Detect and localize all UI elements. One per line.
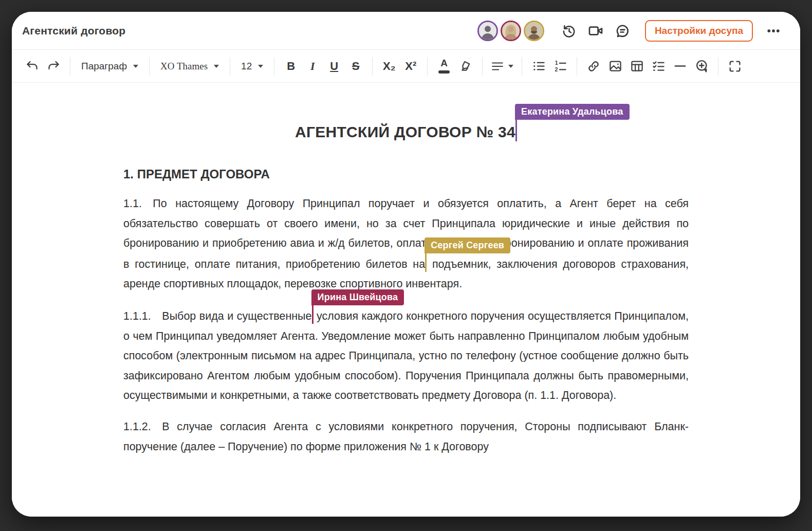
italic-icon[interactable] (303, 56, 322, 77)
history-icon[interactable] (560, 22, 578, 40)
document-page[interactable]: АГЕНТСКИЙ ДОГОВОР № 34Екатерина Удальцов… (123, 83, 689, 456)
font-color-icon[interactable] (434, 56, 454, 77)
document-name: Агентский договор (22, 25, 477, 37)
titlebar-actions: Настройки досупа (477, 20, 783, 42)
align-icon[interactable] (489, 56, 515, 77)
avatar[interactable] (477, 21, 498, 41)
font-size-dropdown[interactable]: 12 (237, 56, 267, 77)
editor-window: Агентский договор (12, 12, 800, 517)
toolbar-divider (70, 57, 70, 76)
font-size-value: 12 (241, 61, 252, 72)
checklist-icon[interactable] (649, 56, 668, 77)
underline-icon[interactable] (324, 56, 344, 77)
undo-icon[interactable] (22, 56, 42, 77)
fullscreen-icon[interactable] (725, 56, 745, 77)
strikethrough-icon[interactable] (346, 56, 365, 77)
table-icon[interactable] (627, 56, 647, 77)
superscript-icon[interactable] (401, 56, 420, 77)
collaborator-avatars (477, 21, 544, 41)
paragraph-1-1-1[interactable]: 1.1.1. Выбор вида и существенныеИрина Шв… (123, 305, 689, 406)
chevron-down-icon (258, 65, 263, 68)
toolbar-divider (372, 57, 373, 76)
add-comment-icon[interactable] (692, 56, 711, 77)
collaborator-label: Сергей Сергеев (425, 237, 510, 253)
collaborator-label: Ирина Швейцова (311, 289, 404, 305)
highlight-icon[interactable] (456, 56, 475, 77)
paragraph-text: 1.1.1. Выбор вида и существенные (123, 310, 312, 322)
paragraph-1-1-2[interactable]: 1.1.2. В случае согласия Агента с услови… (123, 417, 689, 456)
redo-icon[interactable] (44, 56, 63, 77)
image-icon[interactable] (605, 56, 625, 77)
toolbar-divider (427, 57, 428, 76)
remote-cursor-sergey: Сергей Сергеев (425, 253, 427, 272)
bold-icon[interactable] (281, 56, 301, 77)
video-call-icon[interactable] (586, 22, 605, 40)
chevron-down-icon (508, 65, 513, 68)
horizontal-rule-icon[interactable] (670, 56, 690, 77)
avatar[interactable] (524, 21, 544, 41)
link-icon[interactable] (584, 56, 603, 77)
paragraph-style-value: Параграф (81, 61, 127, 72)
avatar[interactable] (501, 21, 521, 41)
share-settings-button[interactable]: Настройки досупа (645, 20, 753, 42)
formatting-toolbar: Параграф XO Thames 12 (12, 50, 800, 83)
chevron-down-icon (133, 65, 138, 68)
paragraph-text: условия каждого конкретного поручения ос… (123, 310, 689, 401)
subscript-icon[interactable] (379, 56, 399, 77)
document-title-text: АГЕНТСКИЙ ДОГОВОР № 34 (295, 123, 515, 140)
remote-cursor-irina: Ирина Швейцова (312, 305, 313, 324)
font-family-dropdown[interactable]: XO Thames (156, 56, 223, 77)
toolbar-divider (718, 57, 718, 76)
numbered-list-icon[interactable]: 12 (550, 56, 570, 77)
chat-icon[interactable] (613, 22, 632, 40)
toolbar-divider (577, 57, 577, 76)
toolbar-divider (482, 57, 483, 76)
paragraph-1-1[interactable]: 1.1. По настоящему Договору Принципал по… (123, 194, 689, 294)
toolbar-divider (149, 57, 150, 76)
document-title[interactable]: АГЕНТСКИЙ ДОГОВОР № 34Екатерина Удальцов… (123, 120, 689, 141)
toolbar-divider (522, 57, 522, 76)
toolbar-divider (274, 57, 274, 76)
chevron-down-icon (214, 65, 219, 68)
remote-cursor-ekaterina: Екатерина Удальцова (515, 120, 517, 141)
section-heading[interactable]: 1. ПРЕДМЕТ ДОГОВОРА (123, 167, 689, 181)
bullet-list-icon[interactable] (529, 56, 548, 77)
document-canvas[interactable]: АГЕНТСКИЙ ДОГОВОР № 34Екатерина Удальцов… (12, 83, 800, 517)
svg-text:2: 2 (555, 66, 558, 72)
collaborator-label: Екатерина Удальцова (515, 104, 630, 120)
topbar-icons (560, 22, 632, 40)
font-family-value: XO Thames (160, 61, 208, 72)
svg-text:1: 1 (555, 60, 558, 66)
title-bar: Агентский договор (12, 12, 800, 50)
more-icon[interactable] (764, 22, 783, 40)
toolbar-divider (230, 57, 230, 76)
paragraph-style-dropdown[interactable]: Параграф (77, 56, 142, 77)
